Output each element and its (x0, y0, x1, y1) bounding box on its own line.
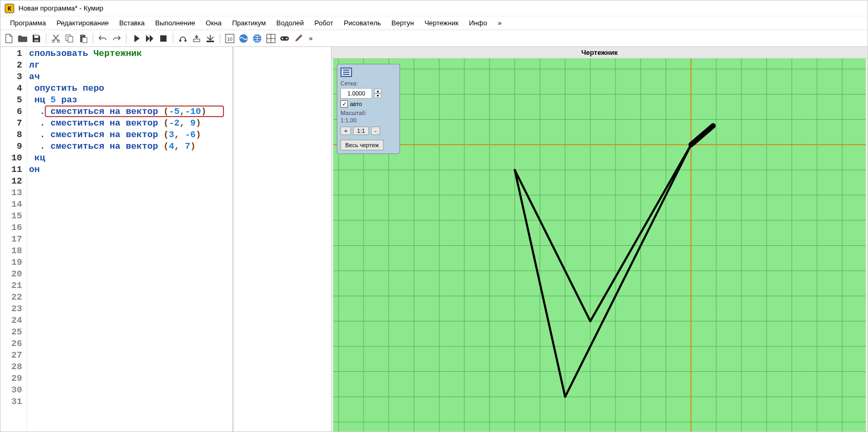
editor-pane: 1234567891011121314151617181920212223242… (1, 47, 331, 431)
grid-size-input[interactable] (340, 88, 372, 99)
menu-info[interactable]: Инфо (464, 17, 492, 28)
separator (173, 33, 173, 44)
zoom-in-button[interactable]: + (340, 127, 351, 135)
open-file-button[interactable] (16, 32, 29, 45)
code-text: Чертежник (93, 49, 142, 59)
editor[interactable]: 1234567891011121314151617181920212223242… (1, 47, 331, 431)
menu-program[interactable]: Программа (5, 17, 51, 28)
code-text: ) (201, 107, 206, 117)
svg-rect-12 (193, 39, 200, 42)
code-text: ( (163, 141, 169, 151)
menu-vodoley[interactable]: Водолей (271, 17, 309, 28)
grid-label: Сетка: (340, 80, 396, 87)
svg-rect-5 (68, 36, 73, 42)
svg-rect-22 (333, 59, 866, 431)
step-into-button[interactable] (190, 32, 203, 45)
code-text: . (40, 130, 50, 140)
svg-point-11 (184, 40, 187, 42)
menu-edit[interactable]: Редактирование (51, 17, 114, 28)
menu-windows[interactable]: Окна (200, 17, 227, 28)
zoom-out-button[interactable]: - (371, 127, 381, 135)
copy-icon (65, 34, 74, 43)
undo-button[interactable] (96, 32, 109, 45)
menu-practicum[interactable]: Практикум (227, 17, 271, 28)
menu-vertun[interactable]: Вертун (386, 17, 420, 28)
code-text: , (180, 118, 190, 128)
code-text: , (180, 107, 185, 117)
run-fast-button[interactable] (143, 32, 156, 45)
auto-label: авто (350, 101, 362, 107)
code-text: , (174, 141, 184, 151)
new-file-button[interactable] (3, 32, 15, 45)
zoom-reset-button[interactable]: 1:1 (353, 127, 368, 135)
code-text: . (40, 107, 50, 117)
line-gutter: 1234567891011121314151617181920212223242… (1, 47, 27, 431)
canvas-pane: Чертежник Сетка: (331, 47, 867, 431)
menu-insert[interactable]: Вставка (114, 17, 150, 28)
tool-brush-button[interactable] (292, 32, 305, 45)
tool-squares-button[interactable] (265, 32, 277, 45)
grid-spin-down[interactable]: ▼ (374, 93, 382, 98)
cut-icon (51, 34, 61, 43)
stop-button[interactable] (157, 32, 170, 45)
step-out-icon (206, 34, 215, 43)
toolbar-more[interactable]: » (306, 34, 316, 42)
tool-grid-button[interactable]: 10 (223, 32, 236, 45)
paste-button[interactable] (77, 32, 90, 45)
code-text: ( (163, 118, 169, 128)
redo-icon (112, 34, 121, 43)
code-text: ( (163, 107, 169, 117)
code-text: ) (190, 141, 196, 151)
code-text: опустить перо (29, 83, 104, 93)
svg-point-21 (286, 37, 288, 39)
grid-num-icon: 10 (225, 34, 235, 43)
grid-spin-up[interactable]: ▲ (374, 89, 382, 93)
step-over-button[interactable] (177, 32, 189, 45)
code-text: , (174, 130, 184, 140)
tool-game-button[interactable] (278, 32, 291, 45)
cut-button[interactable] (50, 32, 62, 45)
app-window: К Новая программа* - Кумир Программа Ред… (0, 0, 868, 432)
separator (93, 33, 93, 44)
code-text: раз (56, 95, 77, 105)
panel-menu-button[interactable] (340, 68, 352, 77)
copy-button[interactable] (63, 32, 76, 45)
code-text: . (40, 118, 50, 128)
step-icon (178, 34, 188, 43)
code-text: -2 (169, 118, 179, 128)
svg-rect-0 (34, 35, 38, 38)
auto-checkbox[interactable]: ✓ (340, 100, 348, 108)
menu-run[interactable]: Выполнение (150, 17, 200, 28)
menu-more[interactable]: » (492, 17, 506, 28)
code-text: лг (29, 60, 40, 70)
scale-value: 1:1.00 (340, 117, 396, 123)
editor-margin (233, 47, 331, 431)
tool-wave-button[interactable] (237, 32, 250, 45)
app-icon: К (5, 4, 14, 13)
run-button[interactable] (130, 32, 142, 45)
fit-all-button[interactable]: Весь чертеж (340, 140, 384, 150)
menu-draw[interactable]: Рисователь (338, 17, 386, 28)
code-text: спользовать (29, 49, 93, 59)
svg-rect-13 (207, 41, 214, 42)
undo-icon (98, 34, 108, 43)
code-text: сместиться на вектор (51, 118, 163, 128)
redo-button[interactable] (110, 32, 123, 45)
save-file-button[interactable] (30, 32, 43, 45)
step-out-button[interactable] (204, 32, 217, 45)
titlebar: К Новая программа* - Кумир (1, 1, 867, 16)
canvas-area[interactable]: Сетка: ▲ ▼ ✓ авто Масштаб: 1:1.00 (331, 59, 867, 431)
main-area: 1234567891011121314151617181920212223242… (1, 47, 867, 431)
toolbar: 10 » (1, 30, 867, 47)
code-text: 3 (169, 130, 174, 140)
code-text: ( (163, 130, 169, 140)
stop-icon (159, 34, 168, 43)
menu-robot[interactable]: Робот (309, 17, 339, 28)
svg-rect-7 (82, 34, 84, 36)
separator (126, 33, 126, 44)
tool-globe-button[interactable] (251, 32, 264, 45)
code-text: 5 (51, 95, 56, 105)
code-area[interactable]: спользовать Чертежник лг ач опустить пер… (27, 47, 233, 431)
code-text: 7 (185, 141, 190, 151)
menu-chertezhnik[interactable]: Чертежник (419, 17, 464, 28)
